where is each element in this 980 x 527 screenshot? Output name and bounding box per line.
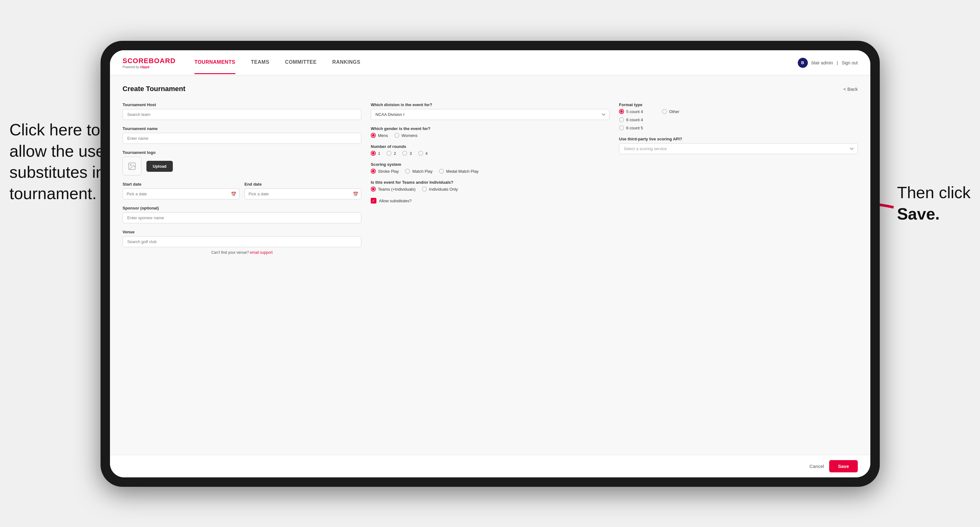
sponsor-group: Sponsor (optional) [123,206,361,223]
tournament-host-label: Tournament Host [123,102,361,107]
scoring-label: Scoring system [371,162,609,167]
form-col-1: Tournament Host Tournament name Tourname… [123,102,361,255]
venue-input[interactable] [123,236,361,247]
scoring-medal[interactable]: Medal Match Play [439,169,479,174]
dates-group: Start date 📅 End date 📅 [123,182,361,199]
nav-rankings[interactable]: RANKINGS [332,51,360,74]
scoring-match[interactable]: Match Play [405,169,432,174]
format-radio-group: 5 count 4 Other 6 count 4 [619,109,858,130]
gender-mens-radio[interactable] [371,133,376,138]
start-date-group: Start date 📅 [123,182,239,199]
start-date-icon: 📅 [231,192,236,197]
rounds-1[interactable]: 1 [371,151,380,156]
navbar: SCOREBOARD Powered by clippd TOURNAMENTS… [110,50,870,75]
event-type-radio-row: Teams (+Individuals) Individuals Only [371,187,609,192]
gender-womens[interactable]: Womens [395,133,418,138]
event-teams-radio[interactable] [371,187,376,192]
rounds-2[interactable]: 2 [387,151,396,156]
venue-group: Venue Can't find your venue? email suppo… [123,230,361,255]
nav-committee[interactable]: COMMITTEE [285,51,317,74]
end-date-wrap: 📅 [245,189,361,199]
rounds-4[interactable]: 4 [418,151,428,156]
rounds-2-radio[interactable] [387,151,391,156]
event-individuals-radio[interactable] [422,187,427,192]
division-select[interactable]: NCAA Division I [371,109,609,120]
format-group: Format type 5 count 4 Other [619,102,858,130]
logo-preview [123,157,142,176]
logo-title: SCOREBOARD [123,57,176,65]
format-6count5-radio[interactable] [619,125,624,130]
upload-button[interactable]: Upload [146,161,173,172]
scoring-service-select[interactable]: Select a scoring service [619,143,858,154]
allow-subs-group: ✓ Allow substitutes? [371,198,609,203]
form-grid: Tournament Host Tournament name Tourname… [123,102,858,255]
rounds-3-radio[interactable] [402,151,407,156]
form-col-3: Format type 5 count 4 Other [619,102,858,154]
end-date-icon: 📅 [353,192,358,197]
page-header: Create Tournament < Back [123,85,858,93]
format-6count5[interactable]: 6 count 5 [619,125,858,130]
avatar: B [798,58,808,68]
rounds-4-radio[interactable] [418,151,423,156]
rounds-3[interactable]: 3 [402,151,412,156]
tournament-host-input[interactable] [123,109,361,120]
format-6count4-radio[interactable] [619,117,624,122]
content-area: Create Tournament < Back Tournament Host… [110,75,870,455]
scoring-stroke[interactable]: Stroke Play [371,169,399,174]
gender-mens[interactable]: Mens [371,133,388,138]
scoring-api-group: Use third-party live scoring API? Select… [619,137,858,154]
gender-womens-radio[interactable] [395,133,399,138]
logo-subtitle: Powered by clippd [123,65,176,69]
scoring-match-radio[interactable] [405,169,410,174]
rounds-radio-row: 1 2 3 4 [371,151,609,156]
logo: SCOREBOARD Powered by clippd [123,57,176,69]
allow-subs-label: Allow substitutes? [379,198,412,203]
format-other[interactable]: Other [662,109,679,114]
svg-point-3 [130,164,131,165]
event-individuals[interactable]: Individuals Only [422,187,458,192]
annotation-right: Then click Save. [897,182,970,225]
scoring-api-label: Use third-party live scoring API? [619,137,858,141]
cancel-button[interactable]: Cancel [810,464,824,469]
event-type-group: Is this event for Teams and/or Individua… [371,180,609,192]
nav-teams[interactable]: TEAMS [251,51,270,74]
sign-out-link[interactable]: Sign out [842,60,858,65]
page-title: Create Tournament [123,85,185,93]
rounds-1-radio[interactable] [371,151,376,156]
start-date-input[interactable] [123,189,239,199]
nav-right: B blair admin | Sign out [798,58,858,68]
scoring-radio-row: Stroke Play Match Play Medal Match Play [371,169,609,174]
scoring-medal-radio[interactable] [439,169,444,174]
venue-label: Venue [123,230,361,234]
scoring-stroke-radio[interactable] [371,169,376,174]
format-other-radio[interactable] [662,109,667,114]
save-button[interactable]: Save [829,460,858,472]
format-5count4-radio[interactable] [619,109,624,114]
tablet-frame: SCOREBOARD Powered by clippd TOURNAMENTS… [100,41,880,487]
form-col-2: Which division is the event for? NCAA Di… [371,102,609,203]
nav-links: TOURNAMENTS TEAMS COMMITTEE RANKINGS [194,51,798,74]
scoring-group: Scoring system Stroke Play Match Play [371,162,609,174]
event-teams[interactable]: Teams (+Individuals) [371,187,416,192]
email-support-link[interactable]: email support [250,250,273,255]
format-5count4[interactable]: 5 count 4 [619,109,643,114]
allow-subs-checkbox[interactable]: ✓ [371,198,376,203]
sponsor-label: Sponsor (optional) [123,206,361,210]
end-date-input[interactable] [245,189,361,199]
division-label: Which division is the event for? [371,102,609,107]
nav-tournaments[interactable]: TOURNAMENTS [194,51,235,74]
format-6count4[interactable]: 6 count 4 [619,117,858,122]
gender-label: Which gender is the event for? [371,126,609,131]
end-date-label: End date [245,182,361,187]
start-date-label: Start date [123,182,239,187]
event-type-label: Is this event for Teams and/or Individua… [371,180,609,185]
sponsor-input[interactable] [123,212,361,223]
format-label: Format type [619,102,858,107]
tournament-logo-group: Tournament logo Upload [123,150,361,176]
tournament-name-input[interactable] [123,133,361,144]
gender-group: Which gender is the event for? Mens Wome… [371,126,609,138]
gender-radio-row: Mens Womens [371,133,609,138]
tournament-name-group: Tournament name [123,126,361,144]
back-button[interactable]: < Back [843,86,858,92]
form-footer: Cancel Save [110,455,870,477]
